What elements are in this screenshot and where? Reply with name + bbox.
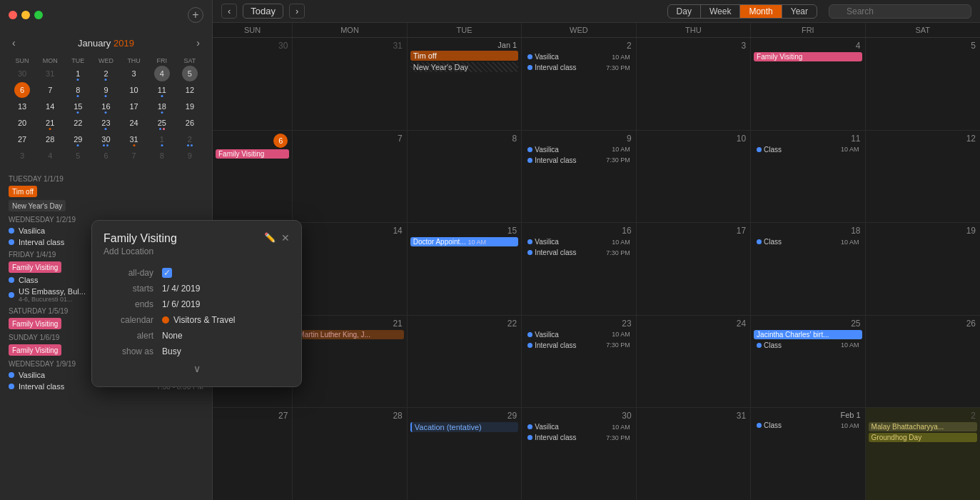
day-cell[interactable]: 21 Martin Luther King, J...: [293, 316, 407, 408]
day-cell[interactable]: 3: [637, 38, 751, 130]
minimize-window-icon[interactable]: [21, 11, 30, 19]
class-event[interactable]: Class10 AM: [754, 145, 862, 154]
day-cell[interactable]: 30 Vasilica10 AM Interval class7:30 PM: [522, 408, 636, 500]
interval-class-event[interactable]: Interval class7:30 PM: [525, 433, 632, 442]
day-cell[interactable]: 27: [213, 408, 293, 500]
day-cell[interactable]: 26: [866, 316, 980, 408]
day-cell[interactable]: 7: [293, 131, 407, 223]
mini-day[interactable]: 30: [14, 66, 30, 81]
mini-day-today[interactable]: 6: [14, 82, 30, 98]
vasilica-event[interactable]: Vasilica10 AM: [525, 422, 632, 431]
jacintha-event[interactable]: Jacintha Charles' birt...: [754, 330, 862, 339]
day-cell[interactable]: 24: [637, 316, 751, 408]
allday-checkbox[interactable]: ✓: [162, 268, 172, 278]
interval-class-event[interactable]: Interval class7:30 PM: [525, 248, 632, 257]
day-cell[interactable]: 9 Vasilica10 AM Interval class7:30 PM: [522, 131, 636, 223]
mini-day[interactable]: 30: [98, 131, 113, 147]
mini-day[interactable]: 16: [98, 99, 113, 114]
vasilica-event[interactable]: Vasilica10 AM: [525, 237, 632, 246]
doctor-event[interactable]: Doctor Appoint... 10 AM: [410, 237, 518, 246]
next-button[interactable]: ›: [289, 4, 305, 19]
mini-day[interactable]: 18: [154, 99, 170, 114]
day-cell[interactable]: 28: [293, 408, 407, 500]
day-cell[interactable]: 18 Class10 AM: [751, 223, 865, 315]
day-cell[interactable]: Feb 1 Class10 AM: [751, 408, 865, 500]
mini-day[interactable]: 8: [70, 82, 86, 98]
mini-day[interactable]: 23: [98, 115, 113, 131]
day-cell[interactable]: 17: [637, 223, 751, 315]
list-item[interactable]: Tim off: [0, 184, 212, 199]
day-cell[interactable]: 25 Jacintha Charles' birt... Class10 AM: [751, 316, 865, 408]
today-button[interactable]: Today: [243, 4, 283, 19]
vacation-event[interactable]: Vacation (tentative): [410, 422, 518, 432]
list-item[interactable]: New Year's Day: [0, 199, 212, 213]
mini-day[interactable]: 9: [98, 82, 113, 98]
mini-day[interactable]: 29: [70, 131, 86, 147]
mini-day[interactable]: 6: [98, 148, 113, 164]
mini-day[interactable]: 27: [14, 131, 30, 147]
day-cell[interactable]: Jan 1 Tim off New Year's Day: [408, 38, 522, 130]
mini-day[interactable]: 12: [182, 82, 198, 98]
maximize-window-icon[interactable]: [34, 11, 43, 19]
day-cell[interactable]: 23 Vasilica10 AM Interval class7:30 PM: [522, 316, 636, 408]
class-event[interactable]: Class10 AM: [754, 341, 862, 350]
popup-close-icon[interactable]: ✕: [281, 232, 290, 244]
mini-day[interactable]: 5: [70, 148, 86, 164]
day-cell[interactable]: 22: [408, 316, 522, 408]
malay-event[interactable]: Malay Bhattacharyya...: [869, 422, 977, 431]
day-cell[interactable]: 4 Family Visiting: [751, 38, 865, 130]
interval-class-event[interactable]: Interval class7:30 PM: [525, 341, 632, 350]
mini-prev-button[interactable]: ‹: [9, 36, 19, 50]
mini-day[interactable]: 19: [182, 99, 198, 114]
mini-day[interactable]: 31: [42, 66, 58, 81]
day-cell[interactable]: 5: [866, 38, 980, 130]
new-years-event[interactable]: New Year's Day: [410, 62, 518, 72]
day-cell[interactable]: 30: [213, 38, 293, 130]
popup-subtitle[interactable]: Add Location: [103, 246, 177, 256]
day-cell[interactable]: 12: [866, 131, 980, 223]
mini-day[interactable]: 4: [42, 148, 58, 164]
mini-day[interactable]: 14: [42, 99, 58, 114]
popup-expand-icon[interactable]: ∨: [193, 363, 201, 374]
mini-day[interactable]: 5: [182, 66, 198, 81]
mini-day[interactable]: 11: [154, 82, 170, 98]
popup-edit-icon[interactable]: ✏️: [264, 232, 276, 244]
day-cell[interactable]: 8: [408, 131, 522, 223]
vasilica-event[interactable]: Vasilica10 AM: [525, 145, 632, 154]
mini-day[interactable]: 21: [42, 115, 58, 131]
mini-day[interactable]: 2: [182, 131, 198, 147]
day-cell[interactable]: 11 Class10 AM: [751, 131, 865, 223]
mini-day[interactable]: 7: [42, 82, 58, 98]
popup-calendar-value[interactable]: Visitors & Travel: [162, 315, 235, 325]
mini-day[interactable]: 25: [154, 115, 170, 131]
mini-day[interactable]: 1: [154, 131, 170, 147]
search-input[interactable]: [829, 4, 971, 19]
day-cell[interactable]: 6 Family Visiting: [213, 131, 293, 223]
tim-off-event[interactable]: Tim off: [410, 51, 518, 61]
mini-day[interactable]: 15: [70, 99, 86, 114]
day-cell[interactable]: 29 Vacation (tentative): [408, 408, 522, 500]
close-window-icon[interactable]: [9, 11, 17, 19]
interval-class-event[interactable]: Interval class7:30 PM: [525, 156, 632, 165]
mini-day[interactable]: 10: [126, 82, 142, 98]
mini-day[interactable]: 17: [126, 99, 142, 114]
martin-luther-king-event[interactable]: Martin Luther King, J...: [295, 330, 403, 339]
prev-button[interactable]: ‹: [221, 4, 237, 19]
day-cell[interactable]: 31: [637, 408, 751, 500]
mini-day[interactable]: 9: [182, 148, 198, 164]
mini-day[interactable]: 22: [70, 115, 86, 131]
mini-day[interactable]: 28: [42, 131, 58, 147]
groundhog-event[interactable]: Groundhog Day: [869, 433, 977, 442]
vasilica-event[interactable]: Vasilica10 AM: [525, 52, 632, 61]
day-cell[interactable]: 2 Vasilica10 AM Interval class7:30 PM: [522, 38, 636, 130]
week-view-button[interactable]: Week: [701, 5, 740, 18]
mini-day[interactable]: 31: [126, 131, 142, 147]
mini-day[interactable]: 24: [126, 115, 142, 131]
mini-day[interactable]: 7: [126, 148, 142, 164]
interval-class-event[interactable]: Interval class7:30 PM: [525, 63, 632, 72]
add-event-button[interactable]: +: [188, 7, 203, 23]
class-event[interactable]: Class10 AM: [754, 421, 862, 430]
mini-day[interactable]: 3: [126, 66, 142, 81]
vasilica-event[interactable]: Vasilica10 AM: [525, 330, 632, 339]
day-cell[interactable]: 16 Vasilica10 AM Interval class7:30 PM: [522, 223, 636, 315]
